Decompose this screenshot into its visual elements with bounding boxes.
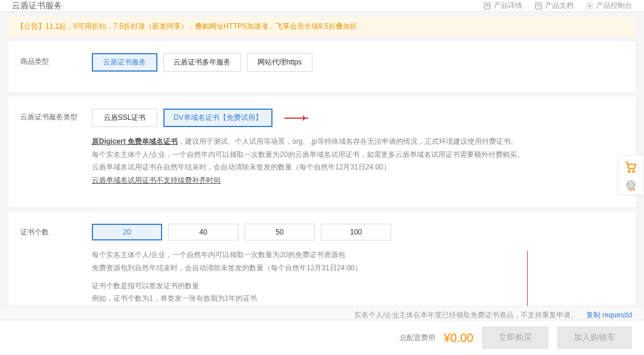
svg-point-8 xyxy=(633,171,634,172)
link-product-doc[interactable]: 产品文档 xyxy=(534,1,574,11)
doc-icon xyxy=(483,2,491,10)
header-links: 产品详情 产品文档 产品控制台 xyxy=(483,1,632,11)
buy-now-button[interactable]: 立即购买 xyxy=(482,326,549,343)
arrow-right-icon xyxy=(284,118,308,119)
total-label: 总配置费用 xyxy=(400,333,435,343)
product-type-options: 云盾证书服务 云盾证书多年服务 网站代理https xyxy=(92,53,624,72)
svg-point-6 xyxy=(589,5,591,7)
cert-count-options: 20 40 50 100 xyxy=(92,224,624,240)
link-product-detail[interactable]: 产品详情 xyxy=(483,1,522,11)
option-proxy-https[interactable]: 网站代理https xyxy=(247,53,312,72)
option-count-50[interactable]: 50 xyxy=(244,224,315,240)
option-ssl-cert[interactable]: 云盾SSL证书 xyxy=(92,109,157,127)
label-product-type: 商品类型 xyxy=(20,53,92,67)
label-cert-count: 证书个数 xyxy=(20,224,92,237)
page-title: 云盾证书服务 xyxy=(12,1,62,11)
service-type-options: 云盾SSL证书 DV单域名证书【免费试用】 xyxy=(92,109,624,127)
option-count-100[interactable]: 100 xyxy=(321,224,391,240)
footer-bar: 总配置费用 ¥0.00 立即购买 加入购物车 xyxy=(0,320,644,343)
svg-point-7 xyxy=(628,171,630,172)
cart-icon xyxy=(624,160,637,174)
total-price: ¥0.00 xyxy=(444,331,473,344)
copy-requestid-link[interactable]: 复制 requestId xyxy=(586,311,632,319)
cart-badge: 0 xyxy=(626,180,636,190)
label-service-type: 云盾证书服务类型 xyxy=(20,109,92,122)
option-cert-service[interactable]: 云盾证书服务 xyxy=(92,53,157,72)
cart-float[interactable]: 购物车 0 xyxy=(618,155,644,195)
service-type-desc: 原Digicert 免费单域名证书，建议用于测试、个人试用等场景，org、.jp… xyxy=(92,135,624,187)
link-product-console[interactable]: 产品控制台 xyxy=(586,1,632,11)
option-cert-multiyear[interactable]: 云盾证书多年服务 xyxy=(163,53,241,72)
option-count-40[interactable]: 40 xyxy=(168,224,239,240)
doc-icon xyxy=(534,2,543,10)
option-count-20[interactable]: 20 xyxy=(92,224,162,240)
page-header: 云盾证书服务 产品详情 产品文档 产品控制台 xyxy=(0,0,644,12)
add-cart-button[interactable]: 加入购物车 xyxy=(557,326,632,343)
announcement-banner: 【公告】11.1起，0可用折扣，7.5折封顶（新老同享），叠购网址HTTPS加速… xyxy=(8,17,636,36)
section-product-type: 商品类型 云盾证书服务 云盾证书多年服务 网站代理https xyxy=(8,41,636,92)
gear-icon xyxy=(586,2,594,10)
option-dv-free[interactable]: DV单域名证书【免费试用】 xyxy=(163,109,273,127)
section-service-type: 云盾证书服务类型 云盾SSL证书 DV单域名证书【免费试用】 原Digicert… xyxy=(8,97,636,207)
